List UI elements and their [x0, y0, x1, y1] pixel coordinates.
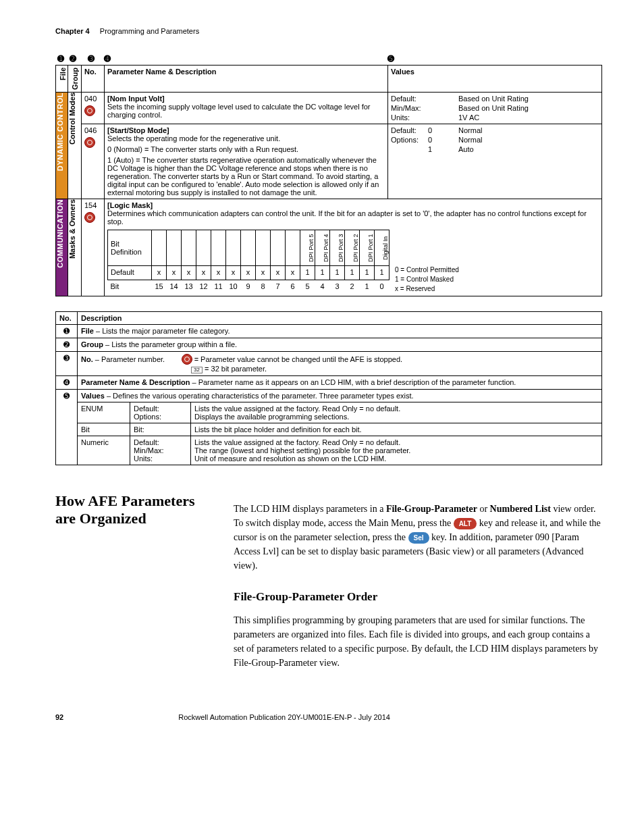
hdr-values: Values — [388, 66, 602, 93]
param-040-values: Default:Based on Unit Rating Min/Max:Bas… — [388, 93, 602, 124]
param-046-no: 046 — [82, 124, 105, 199]
alt-key-icon: ALT — [454, 518, 477, 529]
callout-3: ➌ — [63, 354, 70, 362]
callout-2: ➋ — [63, 340, 70, 348]
chapter-title: Programming and Parameters — [100, 27, 199, 35]
bit-definition-table: Bit Definition DPI Port 5 DPI Port 4 DPI… — [107, 230, 390, 294]
section-title: How AFE Parameters are Organized — [55, 492, 217, 528]
callout-row: ➊ ➋ ➌ ➍ ➎ — [55, 54, 602, 63]
callout-4: ➍ — [63, 378, 70, 386]
parameter-table: File Group No. Parameter Name & Descript… — [55, 65, 602, 296]
callout-5: ➎ — [386, 54, 396, 63]
param-046-desc: [Start/Stop Mode] Selects the operating … — [105, 124, 388, 199]
param-040-desc: [Nom Input Volt] Sets the incoming suppl… — [105, 93, 388, 124]
hdr-no: No. — [82, 66, 105, 93]
bit-legend: 0 = Control Permitted 1 = Control Masked… — [390, 265, 459, 294]
stop-icon — [182, 354, 192, 365]
callout-2: ➋ — [68, 54, 78, 63]
page-header: Chapter 4 Programming and Parameters — [55, 27, 602, 35]
body-paragraph-1: The LCD HIM displays parameters in a Fil… — [234, 502, 602, 573]
callout-5: ➎ — [63, 392, 70, 400]
key-table: No.Description ➊ File – Lists the major … — [55, 311, 602, 465]
callout-4: ➍ — [103, 54, 112, 63]
stop-icon — [84, 212, 95, 223]
hdr-group: Group — [71, 68, 79, 90]
callout-3: ➌ — [86, 54, 96, 63]
callout-1: ➊ — [56, 54, 65, 63]
hdr-name: Parameter Name & Description — [105, 66, 388, 93]
sub-title: File-Group-Parameter Order — [234, 590, 602, 604]
hdr-file: File — [59, 68, 67, 80]
param-046-values: Default:0Normal Options:0Normal 1Auto — [388, 124, 602, 199]
group-control-modes: Control Modes — [68, 93, 76, 145]
publication-id: Rockwell Automation Publication 20Y-UM00… — [178, 713, 390, 721]
body-paragraph-2: This simplifies programming by grouping … — [234, 613, 602, 670]
chapter-label: Chapter 4 — [55, 27, 90, 35]
file-dynamic-control: DYNAMIC CONTROL — [56, 93, 64, 171]
page-footer: 92 Rockwell Automation Publication 20Y-U… — [55, 713, 602, 721]
param-040-no: 040 — [82, 93, 105, 124]
group-masks-owners: Masks & Owners — [68, 199, 76, 259]
bit32-icon: 32 — [191, 367, 203, 373]
page-number: 92 — [55, 713, 63, 721]
param-154-no: 154 — [82, 199, 105, 296]
stop-icon — [84, 105, 95, 116]
callout-1: ➊ — [63, 327, 70, 335]
stop-icon — [84, 137, 95, 148]
file-communication: COMMUNICATION — [56, 199, 64, 268]
param-154-desc: [Logic Mask] Determines which communicat… — [105, 199, 602, 296]
sel-key-icon: Sel — [408, 532, 429, 544]
